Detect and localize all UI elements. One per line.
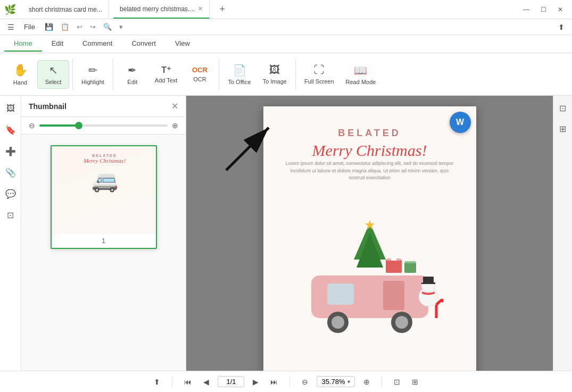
page-input[interactable]: [218, 376, 244, 387]
file-menu[interactable]: File: [19, 21, 40, 33]
add-text-label: Add Text: [155, 77, 178, 84]
tab-view[interactable]: View: [165, 36, 200, 52]
bottom-divider-2: [289, 377, 290, 387]
svg-rect-21: [421, 282, 435, 284]
toolbar-divider-4: [295, 59, 296, 90]
to-office-tool[interactable]: 📄 To Office: [222, 61, 256, 88]
redo-icon[interactable]: ↪: [87, 21, 99, 33]
go-to-first-page[interactable]: ⬆: [151, 376, 163, 388]
tab-edit[interactable]: Edit: [42, 36, 73, 52]
tab-convert[interactable]: Convert: [122, 36, 165, 52]
menubar: ☰ File 💾 📋 ↩ ↪ 🔍 ▾ ⬆: [0, 19, 572, 35]
select-label: Select: [45, 79, 62, 85]
collapse-ribbon-icon[interactable]: ⬆: [555, 21, 568, 34]
thumbnail-page-number: 1: [52, 234, 156, 248]
go-to-first-button[interactable]: ⏮: [181, 376, 195, 388]
tab-1[interactable]: short christmas card me...: [22, 0, 109, 19]
zoom-dropdown-icon[interactable]: ▾: [347, 379, 350, 385]
full-screen-icon: ⛶: [314, 64, 325, 76]
more-icon[interactable]: ▾: [116, 21, 126, 33]
right-panel: ⊡ ⊞: [553, 96, 572, 371]
prev-page-button[interactable]: ◀: [200, 376, 212, 388]
zoom-thumb[interactable]: [75, 122, 82, 129]
bottombar: ⬆ ⏮ ◀ ▶ ⏭ ⊖ 35.78% ▾ ⊕ ⊡ ⊞: [0, 371, 572, 392]
tab-comment[interactable]: Comment: [73, 36, 122, 52]
doc-lorem-text: Lorem ipsum dolor sit amet, consectetur …: [279, 160, 460, 182]
fit-page-button[interactable]: ⊡: [391, 376, 403, 388]
tab-convert-label: Convert: [131, 39, 156, 47]
nav-tabs: Home Edit Comment Convert View: [0, 35, 572, 53]
add-text-tool[interactable]: T⁺ Add Text: [150, 62, 183, 87]
right-panel-icon-1[interactable]: ⊡: [556, 100, 569, 116]
zoom-slider[interactable]: [39, 124, 168, 127]
hand-icon: ✋: [13, 63, 28, 77]
highlight-icon: ✏: [88, 64, 97, 77]
thumbnail-page-1[interactable]: BELATED Merry Christmas! 🚐 1: [51, 145, 157, 249]
document-page: BELATED Merry Christmas! Lorem ipsum dol…: [263, 106, 476, 371]
ocr-tool[interactable]: OCR OCR: [184, 63, 215, 86]
to-image-icon: 🖼: [269, 64, 280, 76]
sidebar-attach-icon[interactable]: 📎: [2, 164, 19, 181]
zoom-in-button[interactable]: ⊕: [360, 376, 373, 388]
svg-rect-16: [404, 262, 416, 273]
zoom-in-icon[interactable]: ⊕: [172, 121, 178, 130]
toolbar-divider-2: [113, 59, 113, 90]
word-export-badge[interactable]: W: [450, 112, 471, 133]
minimize-button[interactable]: —: [519, 4, 534, 15]
main-toolbar: ✋ Hand ↖ Select ✏ Highlight ✒ Edit T⁺ Ad…: [0, 53, 572, 96]
ocr-icon: OCR: [192, 66, 208, 74]
sidebar-comment-icon[interactable]: 💬: [2, 185, 19, 202]
hand-label: Hand: [13, 79, 27, 86]
edit-label: Edit: [127, 79, 137, 85]
full-screen-label: Full Screen: [304, 78, 334, 85]
highlight-tool[interactable]: ✏ Highlight: [76, 61, 110, 88]
tab-comment-label: Comment: [82, 39, 112, 47]
select-tool[interactable]: ↖ Select: [37, 60, 69, 89]
bottom-divider-1: [172, 377, 172, 387]
document-view[interactable]: BELATED Merry Christmas! Lorem ipsum dol…: [186, 96, 553, 371]
right-panel-icon-2[interactable]: ⊞: [556, 121, 569, 137]
undo-icon[interactable]: ↩: [73, 21, 86, 33]
next-page-button[interactable]: ▶: [250, 376, 262, 388]
thumbnail-close-button[interactable]: ✕: [171, 101, 178, 111]
select-icon: ↖: [49, 64, 58, 77]
go-to-last-button[interactable]: ⏭: [267, 376, 281, 388]
maximize-button[interactable]: ☐: [536, 4, 551, 15]
to-image-label: To Image: [263, 78, 287, 85]
new-tab-button[interactable]: +: [214, 4, 230, 15]
thumbnail-zoom-bar: ⊖ ⊕: [21, 117, 186, 135]
tab-2[interactable]: belated merry christmas.... ✕: [113, 0, 210, 19]
hamburger-menu[interactable]: ☰: [4, 21, 18, 34]
search-icon[interactable]: 🔍: [100, 21, 115, 33]
thumbnail-header: Thumbnail ✕: [21, 96, 186, 117]
copy-icon[interactable]: 📋: [57, 21, 72, 33]
doc-illustration: [285, 190, 455, 339]
edit-tool[interactable]: ✒ Edit: [117, 61, 148, 88]
zoom-display: 35.78% ▾: [317, 376, 354, 387]
bottom-divider-3: [382, 377, 382, 387]
sidebar-add-icon[interactable]: ➕: [2, 143, 19, 160]
main-area: 🖼 🔖 ➕ 📎 💬 ⊡ Thumbnail ✕ ⊖ ⊕ BELATED Merr…: [0, 96, 572, 371]
close-button[interactable]: ✕: [553, 4, 568, 15]
sidebar-thumbnail-icon[interactable]: 🖼: [2, 100, 19, 117]
svg-rect-13: [386, 260, 402, 273]
zoom-out-button[interactable]: ⊖: [299, 376, 311, 388]
fit-width-button[interactable]: ⊞: [409, 376, 421, 388]
to-image-tool[interactable]: 🖼 To Image: [258, 61, 292, 88]
thumbnail-image: BELATED Merry Christmas! 🚐: [52, 146, 157, 234]
save-icon[interactable]: 💾: [42, 21, 56, 33]
sidebar-bookmark-icon[interactable]: 🔖: [2, 121, 19, 138]
read-mode-tool[interactable]: 📖 Read Mode: [341, 61, 382, 88]
svg-line-1: [226, 128, 269, 170]
sidebar-stamp-icon[interactable]: ⊡: [2, 206, 19, 223]
full-screen-tool[interactable]: ⛶ Full Screen: [299, 61, 339, 88]
zoom-out-icon[interactable]: ⊖: [29, 121, 35, 130]
doc-belated-text: BELATED: [338, 128, 401, 139]
left-sidebar: 🖼 🔖 ➕ 📎 💬 ⊡: [0, 96, 21, 371]
toolbar-divider-3: [219, 59, 219, 90]
tab-home[interactable]: Home: [4, 36, 42, 52]
svg-rect-17: [405, 261, 416, 263]
tab-2-close[interactable]: ✕: [198, 5, 203, 12]
tab-1-label: short christmas card me...: [29, 6, 102, 13]
hand-tool[interactable]: ✋ Hand: [4, 60, 36, 89]
